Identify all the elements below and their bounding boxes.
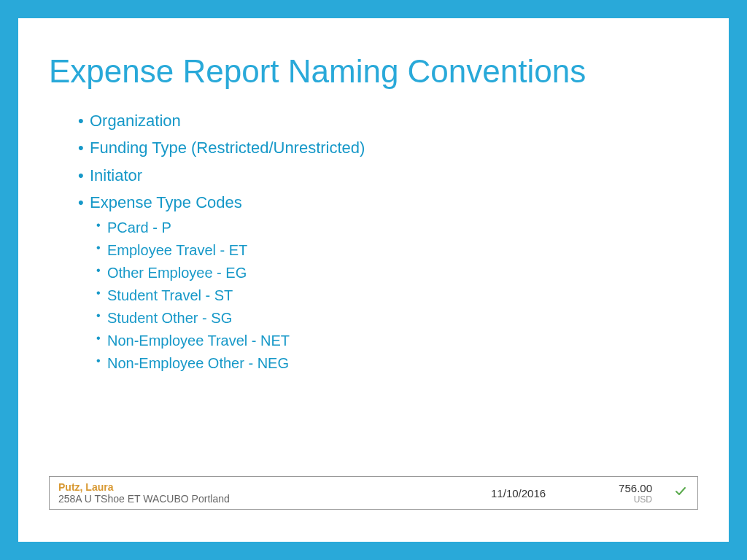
example-person-name: Putz, Laura <box>58 481 491 493</box>
example-date: 11/10/2016 <box>491 487 546 499</box>
example-currency: USD <box>619 494 652 505</box>
example-left-block: Putz, Laura 258A U TShoe ET WACUBO Portl… <box>58 481 491 505</box>
bullet-list: Organization Funding Type (Restricted/Un… <box>49 107 698 375</box>
checkmark-icon <box>674 485 689 502</box>
sub-bullet-non-employee-other: Non-Employee Other - NEG <box>107 352 698 375</box>
example-amount: 756.00 <box>619 482 652 494</box>
example-description: 258A U TShoe ET WACUBO Portland <box>58 493 491 505</box>
bullet-expense-type-codes: Expense Type Codes <box>90 189 698 216</box>
sub-bullet-non-employee-travel: Non-Employee Travel - NET <box>107 330 698 352</box>
bullet-initiator: Initiator <box>90 162 698 189</box>
example-amount-block: 756.00 USD <box>619 482 652 505</box>
slide-border: Expense Report Naming Conventions Organi… <box>0 0 747 560</box>
bullet-organization: Organization <box>90 107 698 134</box>
bullet-funding-type: Funding Type (Restricted/Unrestricted) <box>90 134 698 161</box>
sub-bullet-student-travel: Student Travel - ST <box>107 284 698 307</box>
slide-content: Expense Report Naming Conventions Organi… <box>18 18 729 542</box>
sub-bullet-other-employee: Other Employee - EG <box>107 262 698 284</box>
sub-bullet-employee-travel: Employee Travel - ET <box>107 239 698 262</box>
sub-bullet-list: PCard - P Employee Travel - ET Other Emp… <box>90 217 698 375</box>
slide-title: Expense Report Naming Conventions <box>49 53 698 90</box>
example-record-box: Putz, Laura 258A U TShoe ET WACUBO Portl… <box>49 476 698 510</box>
sub-bullet-student-other: Student Other - SG <box>107 307 698 330</box>
sub-bullet-pcard: PCard - P <box>107 217 698 239</box>
